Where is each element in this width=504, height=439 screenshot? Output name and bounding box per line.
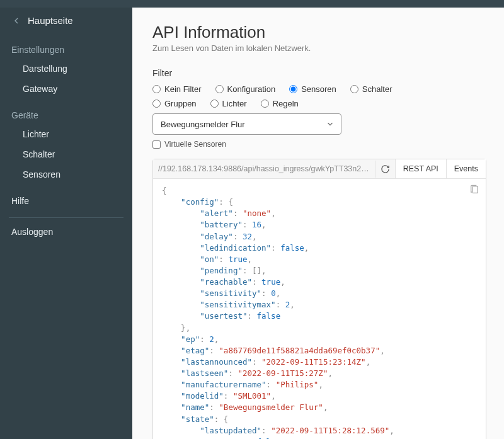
filter-radio-input[interactable] [215, 85, 224, 93]
filter-radio-input[interactable] [152, 85, 161, 93]
filter-radio-schalter[interactable]: Schalter [350, 84, 392, 94]
api-panel: //192.168.178.134:9886/api/hassio_ingres… [152, 159, 486, 439]
filter-radio-label: Schalter [362, 84, 392, 94]
sidebar-item-gateway[interactable]: Gateway [0, 79, 132, 99]
copy-button[interactable] [469, 184, 479, 198]
filter-radio-lichter[interactable]: Lichter [210, 99, 247, 108]
sidebar-item-schalter[interactable]: Schalter [0, 144, 132, 164]
filter-radio-konfiguration[interactable]: Konfiguration [215, 84, 276, 94]
sidebar-help[interactable]: Hilfe [0, 185, 132, 210]
filter-radio-gruppen[interactable]: Gruppen [152, 99, 197, 108]
arrow-left-icon [11, 16, 21, 26]
rest-api-tab[interactable]: REST API [395, 159, 446, 178]
sidebar-group-title: Geräte [0, 99, 132, 124]
sidebar-logout[interactable]: Ausloggen [0, 218, 132, 241]
filter-radio-input[interactable] [152, 100, 161, 108]
sensor-select-value: Bewegungsmelder Flur [161, 120, 245, 129]
refresh-icon [381, 164, 390, 174]
filter-radio-label: Gruppen [164, 99, 197, 108]
page-title: API Information [152, 23, 486, 42]
filter-radio-input[interactable] [289, 85, 297, 93]
filter-radio-label: Sensoren [301, 84, 336, 94]
sidebar-item-darstellung[interactable]: Darstellung [0, 59, 132, 79]
virtual-sensors-label: Virtuelle Sensoren [164, 140, 226, 149]
filter-radio-input[interactable] [350, 85, 358, 93]
refresh-button[interactable] [375, 161, 395, 178]
events-tab[interactable]: Events [446, 159, 486, 178]
sidebar-item-sensoren[interactable]: Sensoren [0, 164, 132, 185]
filter-radio-label: Kein Filter [164, 84, 202, 94]
virtual-sensors-input[interactable] [152, 140, 161, 149]
filter-radio-regeln[interactable]: Regeln [261, 99, 299, 108]
chevron-down-icon [326, 120, 335, 128]
clipboard-icon [469, 184, 479, 195]
sidebar: Hauptseite EinstellungenDarstellungGatew… [0, 8, 132, 439]
virtual-sensors-checkbox[interactable]: Virtuelle Sensoren [152, 140, 486, 149]
filter-radio-input[interactable] [210, 100, 219, 108]
filter-radio-kein-filter[interactable]: Kein Filter [152, 84, 202, 94]
filter-heading: Filter [152, 68, 486, 78]
filter-radio-label: Regeln [273, 99, 299, 108]
back-to-main[interactable]: Hauptseite [0, 13, 132, 33]
filter-radio-input[interactable] [261, 100, 269, 108]
back-label: Hauptseite [28, 15, 73, 26]
main-content: API Information Zum Lesen von Daten im l… [132, 8, 504, 439]
api-response-body: { "config": { "alert": "none", "battery"… [162, 185, 477, 439]
api-url-bar[interactable]: //192.168.178.134:9886/api/hassio_ingres… [153, 159, 375, 178]
filter-radio-sensoren[interactable]: Sensoren [289, 84, 336, 94]
sensor-select[interactable]: Bewegungsmelder Flur [152, 113, 341, 135]
filter-radio-label: Konfiguration [227, 84, 276, 94]
filter-radio-label: Lichter [222, 99, 247, 108]
sidebar-group-title: Einstellungen [0, 33, 132, 59]
svg-rect-0 [472, 186, 478, 193]
sidebar-item-lichter[interactable]: Lichter [0, 124, 132, 144]
page-subtitle: Zum Lesen von Daten im lokalen Netzwerk. [152, 43, 486, 53]
